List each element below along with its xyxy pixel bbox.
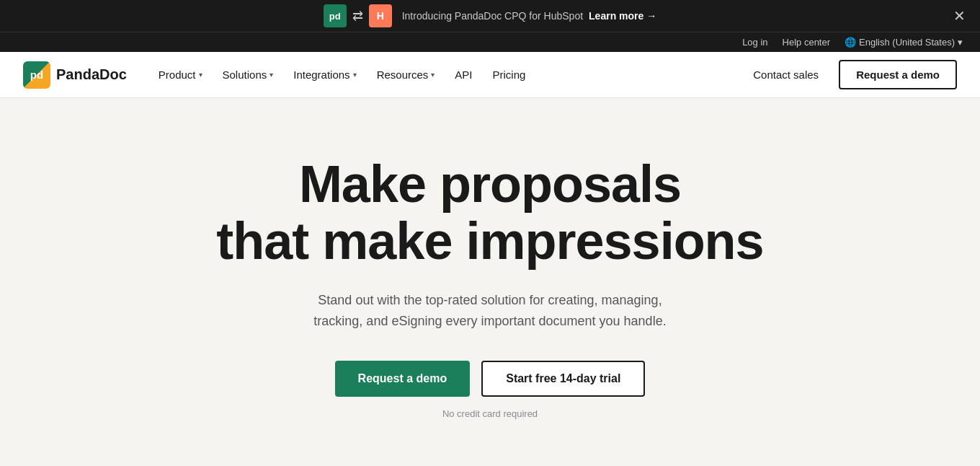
- contact-sales-link[interactable]: Contact sales: [744, 63, 827, 87]
- no-credit-card-notice: No credit card required: [442, 408, 538, 419]
- chevron-down-icon: ▾: [270, 71, 273, 79]
- chevron-down-icon: ▾: [353, 71, 357, 79]
- hero-title: Make proposals that make impressions: [216, 156, 763, 270]
- language-selector[interactable]: 🌐 English (United States) ▾: [845, 37, 963, 48]
- nav-item-pricing[interactable]: Pricing: [484, 63, 535, 87]
- arrow-icon: →: [646, 10, 656, 22]
- pd-logo-main: pd: [23, 61, 50, 89]
- hero-title-line2: that make impressions: [216, 212, 763, 270]
- utility-bar: Log in Help center 🌐 English (United Sta…: [0, 32, 980, 52]
- arrows-icon: ⇄: [352, 8, 363, 24]
- nav-right: Contact sales Request a demo: [744, 60, 957, 89]
- logo-wordmark: PandaDoc: [56, 66, 127, 83]
- chevron-down-icon: ▾: [199, 71, 202, 79]
- partner-logos: pd ⇄ H: [324, 4, 392, 27]
- request-demo-hero-button[interactable]: Request a demo: [335, 361, 471, 397]
- nav-resources-label: Resources: [377, 69, 429, 81]
- logo-abbr: pd: [30, 69, 43, 81]
- nav-item-integrations[interactable]: Integrations ▾: [285, 63, 365, 87]
- pandadoc-logo-small: pd: [324, 4, 347, 27]
- login-link[interactable]: Log in: [742, 37, 767, 48]
- help-center-link[interactable]: Help center: [783, 37, 830, 48]
- hero-section: Make proposals that make impressions Sta…: [0, 98, 980, 462]
- announcement-text: Introducing PandaDoc CPQ for HubSpot: [402, 10, 583, 22]
- close-announcement-button[interactable]: ✕: [953, 9, 966, 23]
- main-nav: pd PandaDoc Product ▾ Solutions ▾ Integr…: [0, 52, 980, 98]
- nav-item-resources[interactable]: Resources ▾: [368, 63, 444, 87]
- language-label: English (United States): [859, 37, 955, 48]
- nav-items: Product ▾ Solutions ▾ Integrations ▾ Res…: [150, 63, 744, 87]
- nav-api-label: API: [455, 69, 472, 81]
- start-trial-button[interactable]: Start free 14-day trial: [481, 361, 645, 397]
- globe-icon: 🌐: [845, 37, 856, 48]
- announcement-bar: pd ⇄ H Introducing PandaDoc CPQ for HubS…: [0, 0, 980, 32]
- hero-subtitle: Stand out with the top-rated solution fo…: [295, 290, 685, 332]
- nav-integrations-label: Integrations: [293, 69, 349, 81]
- nav-solutions-label: Solutions: [223, 69, 267, 81]
- hero-title-line1: Make proposals: [299, 155, 681, 213]
- nav-product-label: Product: [159, 69, 196, 81]
- nav-item-product[interactable]: Product ▾: [150, 63, 211, 87]
- nav-item-solutions[interactable]: Solutions ▾: [214, 63, 282, 87]
- learn-more-text: Learn more: [589, 10, 643, 22]
- chevron-down-icon: ▾: [431, 71, 435, 79]
- nav-item-api[interactable]: API: [446, 63, 481, 87]
- nav-pricing-label: Pricing: [493, 69, 526, 81]
- hubspot-logo: H: [369, 4, 392, 27]
- chevron-down-icon: ▾: [958, 37, 963, 48]
- request-demo-nav-button[interactable]: Request a demo: [839, 60, 957, 89]
- pandadoc-logo-link[interactable]: pd PandaDoc: [23, 61, 127, 89]
- learn-more-link[interactable]: Learn more →: [589, 10, 656, 22]
- hero-buttons: Request a demo Start free 14-day trial: [335, 361, 646, 397]
